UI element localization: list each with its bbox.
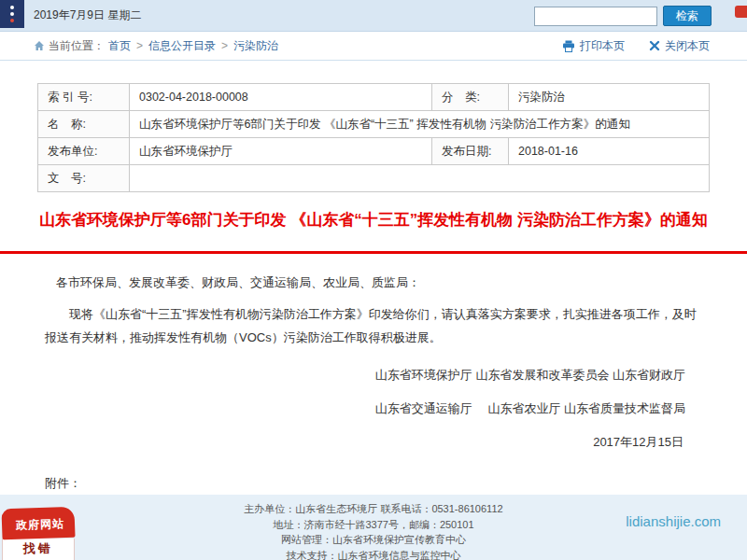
- gov-site-error-report-badge[interactable]: 政府网站 找错: [2, 508, 75, 560]
- signature-line-1: 山东省环境保护厅 山东省发展和改革委员会 山东省财政厅: [45, 367, 702, 384]
- breadcrumb-directory-link[interactable]: 信息公开目录: [148, 38, 216, 54]
- table-row: 文 号:: [38, 165, 710, 192]
- current-date-text: 2019年7月9日 星期二: [34, 7, 141, 23]
- index-number-label: 索 引 号:: [38, 84, 130, 111]
- page-footer: 主办单位：山东省生态环境厅 联系电话：0531-86106112 地址：济南市经…: [0, 495, 747, 560]
- print-page-button[interactable]: 打印本页: [562, 38, 625, 54]
- doc-number-value: [130, 165, 710, 192]
- breadcrumb-label: 当前位置：: [49, 38, 105, 54]
- search-input[interactable]: [534, 7, 657, 26]
- category-label: 分 类:: [432, 84, 509, 111]
- signature-line-2: 山东省交通运输厅 山东省农业厅 山东省质量技术监督局: [45, 400, 702, 417]
- print-page-label: 打印本页: [580, 38, 625, 54]
- document-metadata-section: 索 引 号: 0302-04-2018-00008 分 类: 污染防治 名 称:…: [0, 83, 747, 231]
- article-title: 山东省环境保护厅等6部门关于印发 《山东省“十三五”挥发性有机物 污染防治工作方…: [37, 209, 710, 231]
- red-divider: [0, 251, 747, 254]
- breadcrumb-separator: >: [136, 39, 143, 52]
- footer-manage-line: 网站管理：山东省环境保护宣传教育中心: [0, 534, 747, 546]
- document-info-table: 索 引 号: 0302-04-2018-00008 分 类: 污染防治 名 称:…: [37, 83, 710, 192]
- article-paragraph: 现将《山东省“十三五”挥发性有机物污染防治工作方案》印发给你们，请认真落实方案要…: [45, 302, 702, 350]
- printer-icon: [562, 40, 575, 52]
- table-row: 索 引 号: 0302-04-2018-00008 分 类: 污染防治: [38, 84, 710, 111]
- gov-badge-flag: 政府网站: [1, 507, 75, 540]
- top-right-fragment: [735, 6, 747, 18]
- pubdate-value: 2018-01-16: [509, 138, 710, 165]
- name-value: 山东省环境保护厅等6部门关于印发 《山东省“十三五” 挥发性有机物 污染防治工作…: [130, 111, 710, 138]
- signature-date: 2017年12月15日: [45, 434, 702, 451]
- index-number-value: 0302-04-2018-00008: [130, 84, 432, 111]
- page-tools: 打印本页 关闭本页: [562, 38, 710, 54]
- site-watermark-link[interactable]: lidianshijie.com: [626, 513, 721, 529]
- table-row: 发布单位: 山东省环境保护厅 发布日期: 2018-01-16: [38, 138, 710, 165]
- corner-menu-fragment: [0, 0, 24, 28]
- breadcrumb-bar: 当前位置： 首页 > 信息公开目录 > 污染防治 打印本页 关闭本页: [0, 32, 747, 61]
- publisher-value: 山东省环境保护厅: [130, 138, 432, 165]
- publisher-label: 发布单位:: [38, 138, 130, 165]
- breadcrumb: 当前位置： 首页 > 信息公开目录 > 污染防治: [34, 38, 278, 54]
- breadcrumb-home-link[interactable]: 首页: [108, 38, 131, 54]
- footer-support-line: 技术支持：山东省环境信息与监控中心: [0, 550, 747, 560]
- close-page-label: 关闭本页: [665, 38, 710, 54]
- close-icon: [649, 40, 660, 51]
- pubdate-label: 发布日期:: [432, 138, 509, 165]
- breadcrumb-current-link[interactable]: 污染防治: [233, 38, 278, 54]
- close-page-button[interactable]: 关闭本页: [649, 38, 710, 54]
- attachment-label: 附件：: [45, 475, 702, 492]
- search-area: 检索: [534, 6, 712, 26]
- gov-badge-bottom: 找错: [2, 539, 75, 560]
- top-bar: 2019年7月9日 星期二 检索: [0, 0, 747, 32]
- search-button[interactable]: 检索: [663, 6, 712, 26]
- category-value: 污染防治: [509, 84, 710, 111]
- doc-number-label: 文 号:: [38, 165, 130, 192]
- breadcrumb-separator: >: [221, 39, 228, 52]
- name-label: 名 称:: [38, 111, 130, 138]
- table-row: 名 称: 山东省环境保护厅等6部门关于印发 《山东省“十三五” 挥发性有机物 污…: [38, 111, 710, 138]
- article-salutation: 各市环保局、发展改革委、财政局、交通运输局、农业局、质监局：: [56, 274, 702, 291]
- location-icon: [34, 40, 45, 51]
